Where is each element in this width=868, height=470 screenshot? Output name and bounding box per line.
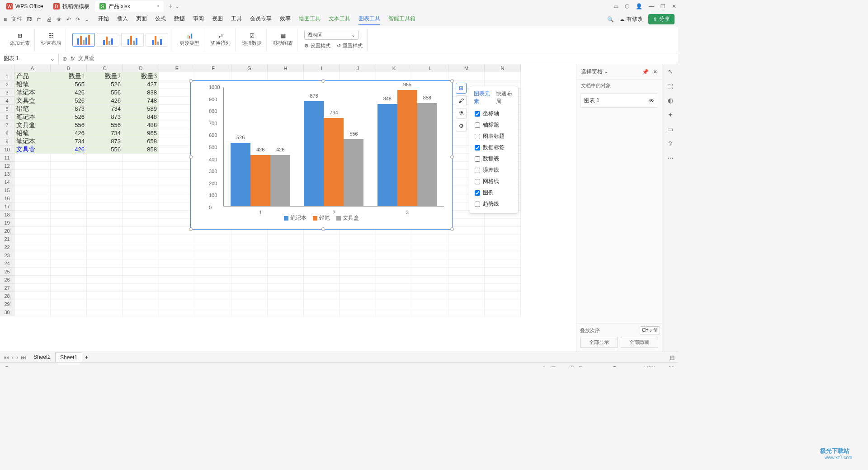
cell[interactable] xyxy=(51,186,87,194)
view-icon-2[interactable]: ▦ xyxy=(551,365,556,367)
cell[interactable] xyxy=(51,276,87,284)
cell[interactable] xyxy=(123,308,159,316)
cell[interactable] xyxy=(485,268,521,276)
cell[interactable] xyxy=(159,276,195,284)
cell[interactable]: 铅笔 xyxy=(14,129,51,137)
cell[interactable] xyxy=(376,276,412,284)
cursor-icon[interactable]: ↖ xyxy=(668,68,673,75)
cell[interactable] xyxy=(376,259,412,268)
avatar-icon[interactable]: 👤 xyxy=(636,3,642,9)
cell[interactable] xyxy=(51,219,87,227)
menu-tab-图表工具[interactable]: 图表工具 xyxy=(359,13,380,25)
popup-checkbox-item[interactable]: 误差线 xyxy=(469,164,518,176)
cell[interactable] xyxy=(51,154,87,162)
cell[interactable] xyxy=(448,276,485,284)
popup-checkbox-item[interactable]: 图表标题 xyxy=(469,131,518,142)
cell[interactable] xyxy=(448,251,485,259)
cell[interactable] xyxy=(14,211,51,219)
cell[interactable]: 427 xyxy=(123,80,159,89)
row-header[interactable]: 16 xyxy=(0,194,14,202)
first-sheet-button[interactable]: ⏮ xyxy=(4,354,9,361)
chart-bar[interactable]: 858 xyxy=(417,103,437,206)
cell[interactable] xyxy=(376,284,412,292)
cell[interactable] xyxy=(304,292,340,300)
move-chart-button[interactable]: 移动图表 xyxy=(273,40,293,47)
menu-tab-视图[interactable]: 视图 xyxy=(212,13,223,25)
col-header[interactable]: M xyxy=(448,64,485,72)
cell[interactable] xyxy=(340,284,376,292)
cell[interactable] xyxy=(87,162,123,170)
cell[interactable] xyxy=(51,202,87,211)
menu-tab-公式[interactable]: 公式 xyxy=(155,13,166,25)
checkbox[interactable] xyxy=(475,190,480,196)
cell[interactable] xyxy=(268,259,304,268)
formula-bar[interactable]: 文具盒 xyxy=(78,55,94,62)
cell[interactable] xyxy=(51,292,87,300)
cell[interactable] xyxy=(14,194,51,202)
hamburger-icon[interactable]: ≡ xyxy=(4,16,7,23)
cell[interactable] xyxy=(448,300,485,308)
cell[interactable] xyxy=(87,202,123,211)
cell[interactable] xyxy=(123,300,159,308)
popup-checkbox-item[interactable]: 趋势线 xyxy=(469,198,518,210)
cell[interactable] xyxy=(14,292,51,300)
popup-checkbox-item[interactable]: 图例 xyxy=(469,187,518,198)
cell[interactable] xyxy=(14,251,51,259)
share-button[interactable]: ⇪分享 xyxy=(648,14,675,24)
cell[interactable] xyxy=(412,308,448,316)
menu-tab-工具[interactable]: 工具 xyxy=(231,13,242,25)
cell[interactable] xyxy=(485,243,521,251)
cell[interactable] xyxy=(87,276,123,284)
save-as-icon[interactable]: 🗀 xyxy=(37,16,42,23)
cell[interactable]: 734 xyxy=(87,105,123,113)
pane-object-item[interactable]: 图表 1 👁 xyxy=(580,94,658,108)
cell[interactable]: 565 xyxy=(51,80,87,89)
cube-icon[interactable]: ⬡ xyxy=(625,3,629,9)
cell[interactable] xyxy=(485,72,521,80)
cell[interactable] xyxy=(159,300,195,308)
cell[interactable] xyxy=(14,227,51,235)
cell[interactable] xyxy=(448,235,485,243)
cell[interactable]: 848 xyxy=(123,113,159,121)
cell[interactable]: 748 xyxy=(123,97,159,105)
cell[interactable] xyxy=(195,72,231,80)
chart-bar[interactable]: 965 xyxy=(397,90,417,206)
cell[interactable] xyxy=(159,89,195,97)
cell[interactable]: 658 xyxy=(123,137,159,146)
cell[interactable] xyxy=(304,268,340,276)
cell[interactable] xyxy=(123,154,159,162)
col-header[interactable]: D xyxy=(123,64,159,72)
popup-checkbox-item[interactable]: 轴标题 xyxy=(469,119,518,131)
cell[interactable]: 838 xyxy=(123,89,159,97)
cell[interactable] xyxy=(14,162,51,170)
cell[interactable] xyxy=(51,284,87,292)
cell[interactable] xyxy=(412,292,448,300)
chart-bar[interactable]: 526 xyxy=(231,143,250,206)
cell[interactable]: 产品 xyxy=(14,72,51,80)
cell[interactable]: 笔记本 xyxy=(14,137,51,146)
reset-style-button[interactable]: ↺重置样式 xyxy=(337,42,363,49)
cell[interactable] xyxy=(195,292,231,300)
cell[interactable] xyxy=(87,268,123,276)
cell[interactable] xyxy=(51,178,87,186)
cell[interactable] xyxy=(51,251,87,259)
cell[interactable] xyxy=(123,194,159,202)
cell[interactable] xyxy=(448,72,485,80)
cell[interactable] xyxy=(159,129,195,137)
row-header[interactable]: 28 xyxy=(0,292,14,300)
row-header[interactable]: 17 xyxy=(0,202,14,211)
cell[interactable]: 文具盒 xyxy=(14,121,51,129)
fullscreen-icon[interactable]: ⛶ xyxy=(669,366,674,367)
cell[interactable] xyxy=(159,284,195,292)
cell[interactable] xyxy=(448,284,485,292)
select-data-button[interactable]: 选择数据 xyxy=(242,40,262,47)
hide-all-button[interactable]: 全部隐藏 xyxy=(621,337,659,348)
row-header[interactable]: 7 xyxy=(0,121,14,129)
row-header[interactable]: 19 xyxy=(0,219,14,227)
cell[interactable] xyxy=(412,300,448,308)
cell[interactable] xyxy=(268,268,304,276)
cell[interactable] xyxy=(123,202,159,211)
cell[interactable] xyxy=(159,308,195,316)
row-header[interactable]: 30 xyxy=(0,308,14,316)
cell[interactable] xyxy=(159,259,195,268)
